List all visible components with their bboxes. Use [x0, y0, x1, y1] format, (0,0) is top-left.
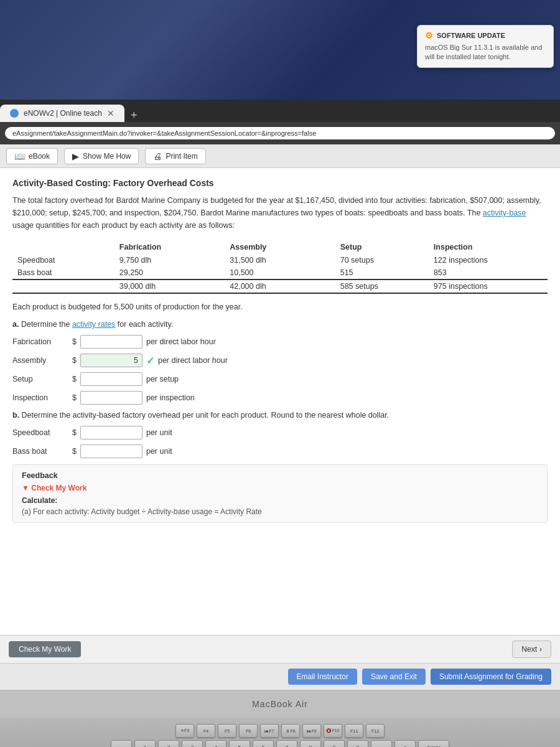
main-content: Activity-Based Costing: Factory Overhead… [0, 168, 560, 635]
section-a-header: a. Determine the activity rates for each… [12, 320, 548, 329]
total-assembly: 42,000 dlh [225, 280, 335, 293]
feedback-header[interactable]: Feedback [22, 471, 538, 480]
fabrication-input[interactable] [80, 335, 142, 349]
speedboat-unit-per-label: per unit [146, 428, 172, 437]
assembly-dollar: $ [72, 356, 77, 365]
bassboat-unit-input[interactable] [80, 444, 142, 458]
assembly-checkmark: ✓ [146, 355, 154, 367]
key-9[interactable]: 9 [324, 740, 345, 747]
feedback-section: Feedback ▼ Check My Work Calculate: (a) … [12, 464, 548, 523]
video-icon: ▶ [72, 151, 79, 161]
email-instructor-button[interactable]: Email Instructor [288, 669, 357, 685]
key-f7[interactable]: ⏮F7 [260, 724, 279, 738]
page-title: Activity-Based Costing: Factory Overhead… [12, 178, 548, 188]
inspection-input[interactable] [80, 391, 142, 405]
bassboat-unit-row: Bass boat $ per unit [12, 444, 548, 458]
key-2[interactable]: 2 [158, 740, 179, 747]
key-f11[interactable]: F11 [345, 724, 363, 738]
section-b-header: b. Determine the activity-based factory … [12, 411, 548, 420]
check-my-work-button[interactable]: Check My Work [9, 641, 81, 657]
total-inspection: 975 inspections [429, 280, 548, 293]
update-icon: ⚙ [425, 31, 433, 40]
key-tilde[interactable]: ~ [111, 740, 132, 747]
key-5[interactable]: 5 [229, 740, 250, 747]
key-f3[interactable]: ☀F3 [175, 724, 194, 738]
section-b: b. Determine the activity-based factory … [12, 411, 548, 458]
key-f4[interactable]: F4 [197, 724, 215, 738]
total-label [12, 280, 114, 293]
bassboat-inspection: 853 [429, 266, 548, 280]
ebook-button[interactable]: 📖 eBook [6, 148, 58, 164]
fabrication-per-label: per direct labor hour [146, 337, 216, 346]
speedboat-inspection: 122 inspections [429, 254, 548, 266]
key-0[interactable]: 0 [347, 740, 368, 747]
activity-table: Fabrication Assembly Setup Inspection Sp… [12, 240, 548, 294]
setup-label: Setup [12, 375, 68, 383]
inspection-per-label: per inspection [146, 393, 195, 402]
assembly-checked-value: 5 [80, 354, 142, 367]
inspection-label: Inspection [12, 393, 68, 402]
bassboat-fabrication: 29,250 [114, 266, 225, 280]
app-toolbar: 📖 eBook ▶ Show Me How 🖨 Print Item [0, 144, 560, 168]
fabrication-dollar: $ [72, 337, 77, 346]
table-row-speedboat: Speedboat 9,750 dlh 31,500 dlh 70 setups… [12, 254, 548, 266]
speedboat-unit-input[interactable] [80, 426, 142, 439]
key-1[interactable]: 1 [134, 740, 156, 747]
footer-buttons: Email Instructor Save and Exit Submit As… [0, 663, 560, 690]
table-row-bassboat: Bass boat 29,250 10,500 515 853 [12, 266, 548, 280]
formula-text: (a) For each activity: Activity budget ÷… [22, 507, 538, 516]
key-8[interactable]: 8 [300, 740, 321, 747]
assembly-label: Assembly [12, 356, 68, 365]
key-3[interactable]: 3 [182, 740, 203, 747]
key-minus[interactable]: - [371, 740, 392, 747]
key-4[interactable]: 4 [205, 740, 226, 747]
bassboat-unit-label: Bass boat [12, 447, 68, 456]
address-bar [0, 122, 560, 144]
bassboat-unit-per-label: per unit [146, 447, 172, 456]
key-f6[interactable]: F6 [239, 724, 258, 738]
check-my-work-toggle[interactable]: ▼ Check My Work [22, 484, 538, 492]
activity-base-link[interactable]: activity-base [483, 209, 526, 217]
submit-assignment-button[interactable]: Submit Assignment for Grading [431, 669, 551, 685]
speedboat-assembly: 31,500 dlh [225, 254, 335, 266]
url-input[interactable] [5, 127, 555, 139]
key-6[interactable]: 6 [253, 740, 274, 747]
setup-dollar: $ [72, 375, 77, 383]
save-and-exit-button[interactable]: Save and Exit [362, 669, 426, 685]
key-f5[interactable]: F5 [218, 724, 236, 738]
software-update-body: macOS Big Sur 11.3.1 is available and wi… [425, 43, 546, 62]
tab-favicon [10, 109, 19, 118]
setup-input[interactable] [80, 372, 142, 386]
next-button[interactable]: Next › [512, 641, 551, 658]
activity-rates-link[interactable]: activity rates [72, 320, 115, 329]
tab-title: eNOWv2 | Online teach [24, 109, 102, 118]
bottom-bar: Check My Work Next › [0, 635, 560, 663]
bassboat-unit-dollar: $ [72, 447, 77, 456]
key-equals[interactable]: = [394, 740, 416, 747]
print-item-button[interactable]: 🖨 Print Item [145, 148, 205, 164]
keyboard-number-row: ~ 1 2 3 4 5 6 7 8 9 0 - = delete [111, 740, 449, 747]
intro-text: The total factory overhead for Bardot Ma… [12, 194, 548, 232]
software-update-notification: ⚙ SOFTWARE UPDATE macOS Big Sur 11.3.1 i… [417, 25, 554, 68]
speedboat-unit-label: Speedboat [12, 428, 68, 437]
keyboard-fn-row: ☀F3 F4 F5 F6 ⏮F7 ⏸F8 ⏭F9 🔇F10 F11 F12 [175, 724, 385, 738]
key-f10[interactable]: 🔇F10 [324, 724, 342, 738]
new-tab-button[interactable]: + [124, 109, 144, 122]
assembly-input-row: Assembly $ 5 ✓ per direct labor hour [12, 354, 548, 367]
key-delete[interactable]: delete [418, 740, 449, 747]
browser-tab-active[interactable]: eNOWv2 | Online teach ✕ [0, 105, 124, 122]
show-me-how-button[interactable]: ▶ Show Me How [64, 148, 139, 164]
table-header-inspection: Inspection [429, 240, 548, 254]
key-f8[interactable]: ⏸F8 [281, 724, 300, 738]
speedboat-unit-row: Speedboat $ per unit [12, 426, 548, 439]
setup-per-label: per setup [146, 375, 179, 383]
ebook-icon: 📖 [14, 151, 25, 161]
key-7[interactable]: 7 [276, 740, 297, 747]
browser-chrome: eNOWv2 | Online teach ✕ + ⚙ SOFTWARE UPD… [0, 100, 560, 144]
bassboat-label: Bass boat [12, 266, 114, 280]
key-f12[interactable]: F12 [366, 724, 385, 738]
tab-close-button[interactable]: ✕ [107, 108, 114, 118]
table-header-assembly: Assembly [225, 240, 335, 254]
key-f9[interactable]: ⏭F9 [302, 724, 321, 738]
browser-tab-bar: eNOWv2 | Online teach ✕ + ⚙ SOFTWARE UPD… [0, 100, 560, 122]
